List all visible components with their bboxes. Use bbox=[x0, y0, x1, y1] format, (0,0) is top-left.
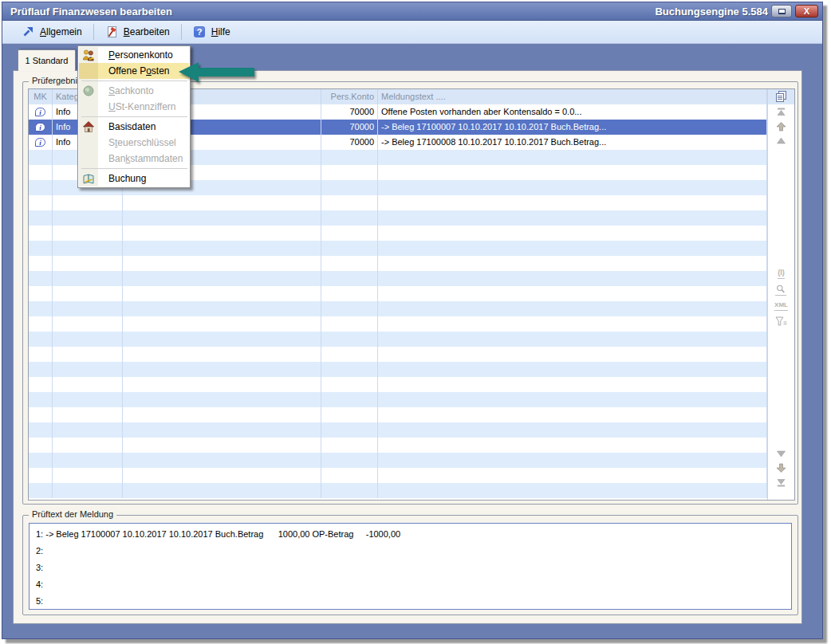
empty-cell bbox=[29, 362, 53, 377]
empty-cell bbox=[53, 301, 123, 316]
empty-cell bbox=[321, 316, 378, 332]
step-up-icon[interactable] bbox=[776, 137, 786, 144]
app-window: Prüflauf Finanzwesen bearbeiten Buchungs… bbox=[2, 2, 823, 639]
empty-cell bbox=[29, 165, 53, 180]
table-row[interactable] bbox=[29, 256, 767, 271]
move-up-icon[interactable] bbox=[776, 122, 786, 132]
table-row[interactable] bbox=[29, 377, 767, 392]
copy-grid-icon[interactable] bbox=[774, 90, 788, 104]
tab-standard[interactable]: 1 Standard bbox=[18, 49, 76, 71]
sachkonto-icon bbox=[82, 84, 95, 97]
window-title: Prüflauf Finanzwesen bearbeiten bbox=[10, 6, 172, 18]
menu-item-steuerschl-ssel: Steuerschlüssel bbox=[79, 135, 189, 151]
mk-cell: i bbox=[29, 104, 53, 120]
menu-item-label: Sachkonto bbox=[98, 85, 154, 96]
table-row[interactable] bbox=[29, 195, 767, 210]
empty-cell bbox=[321, 332, 378, 347]
toolbar-item-bearbeiten[interactable]: Bearbeiten bbox=[99, 23, 176, 41]
toolbar-item-label: Allgemein bbox=[40, 26, 82, 37]
empty-cell bbox=[321, 483, 378, 498]
empty-cell bbox=[29, 226, 53, 241]
bearbeiten-icon bbox=[105, 26, 118, 38]
table-row[interactable] bbox=[29, 483, 767, 498]
table-row[interactable] bbox=[29, 332, 767, 347]
column-header-Meldungstext ....[interactable]: Meldungstext .... bbox=[378, 89, 767, 104]
grid-toolbar: (l)XML bbox=[767, 89, 794, 500]
close-button[interactable]: X bbox=[795, 5, 818, 18]
scroll-to-top-icon[interactable] bbox=[776, 108, 786, 116]
toolbar-item-allgemein[interactable]: Allgemein bbox=[15, 23, 89, 41]
step-down-icon[interactable] bbox=[776, 450, 786, 457]
menu-item-label: Buchung bbox=[98, 173, 146, 184]
empty-cell bbox=[53, 316, 123, 332]
empty-cell bbox=[321, 210, 378, 226]
move-down-icon[interactable] bbox=[776, 463, 786, 473]
prueftext-line: 4: bbox=[36, 576, 785, 593]
pers-konto-cell: 70000 bbox=[321, 120, 378, 135]
empty-cell bbox=[378, 195, 767, 210]
search-icon[interactable] bbox=[775, 285, 786, 296]
table-row[interactable] bbox=[29, 453, 767, 468]
table-row[interactable] bbox=[29, 422, 767, 438]
menu-item-buchung[interactable]: Buchung bbox=[79, 171, 189, 187]
table-row[interactable] bbox=[29, 210, 767, 226]
empty-cell bbox=[378, 438, 767, 453]
menu-item-bankstammdaten: Bankstammdaten bbox=[79, 151, 189, 167]
empty-cell bbox=[29, 241, 53, 256]
empty-cell bbox=[123, 422, 321, 438]
parentheses-icon[interactable]: (l) bbox=[778, 269, 785, 279]
empty-cell bbox=[321, 392, 378, 407]
empty-cell bbox=[123, 347, 321, 362]
table-row[interactable] bbox=[29, 271, 767, 286]
empty-cell bbox=[123, 362, 321, 377]
menu-item-label: Bankstammdaten bbox=[98, 153, 183, 164]
minimize-button[interactable] bbox=[771, 5, 792, 18]
scroll-to-bottom-icon[interactable] bbox=[776, 478, 786, 487]
filter-icon[interactable] bbox=[775, 316, 787, 326]
empty-cell bbox=[321, 286, 378, 301]
table-row[interactable] bbox=[29, 362, 767, 377]
table-row[interactable] bbox=[29, 438, 767, 453]
empty-cell bbox=[53, 392, 123, 407]
empty-cell bbox=[29, 438, 53, 453]
menu-item-personenkonto[interactable]: Personenkonto bbox=[79, 47, 189, 63]
table-row[interactable] bbox=[29, 392, 767, 407]
menu-item-basisdaten[interactable]: Basisdaten bbox=[79, 119, 189, 135]
empty-cell bbox=[53, 377, 123, 392]
column-header-MK[interactable]: MK bbox=[29, 89, 53, 104]
menu-item-label: Personenkonto bbox=[98, 49, 173, 61]
empty-cell bbox=[53, 362, 123, 377]
allgemein-icon bbox=[22, 26, 34, 38]
empty-cell bbox=[53, 483, 123, 498]
bearbeiten-menu: PersonenkontoOffene PostenSachkontoUSt-K… bbox=[77, 45, 191, 188]
empty-cell bbox=[321, 241, 378, 256]
table-row[interactable] bbox=[29, 286, 767, 301]
empty-cell bbox=[123, 377, 321, 392]
table-row[interactable] bbox=[29, 226, 767, 241]
table-row[interactable] bbox=[29, 301, 767, 316]
empty-cell bbox=[123, 453, 321, 468]
menu-item-label: Steuerschlüssel bbox=[98, 137, 176, 148]
empty-cell bbox=[378, 180, 767, 195]
table-row[interactable] bbox=[29, 407, 767, 422]
toolbar-item-hilfe[interactable]: ?Hilfe bbox=[187, 23, 237, 41]
table-row[interactable] bbox=[29, 468, 767, 483]
table-row[interactable] bbox=[29, 347, 767, 362]
meldungstext-cell: -> Beleg 17100008 10.10.2017 10.10.2017 … bbox=[378, 135, 767, 150]
empty-cell bbox=[123, 241, 321, 256]
empty-cell bbox=[378, 377, 767, 392]
xml-icon[interactable]: XML bbox=[774, 301, 788, 311]
column-header-Pers.Konto[interactable]: Pers.Konto bbox=[321, 89, 378, 104]
table-row[interactable] bbox=[29, 241, 767, 256]
info-icon: i bbox=[35, 123, 45, 132]
title-bar[interactable]: Prüflauf Finanzwesen bearbeiten Buchungs… bbox=[2, 2, 822, 21]
info-icon: i bbox=[35, 108, 45, 116]
empty-cell bbox=[321, 407, 378, 422]
empty-cell bbox=[321, 256, 378, 271]
empty-cell bbox=[321, 468, 378, 483]
table-row[interactable] bbox=[29, 316, 767, 332]
empty-cell bbox=[29, 150, 53, 165]
empty-cell bbox=[29, 271, 53, 286]
mk-cell: i bbox=[29, 120, 53, 135]
menu-item-offene-posten[interactable]: Offene Posten bbox=[79, 63, 189, 79]
